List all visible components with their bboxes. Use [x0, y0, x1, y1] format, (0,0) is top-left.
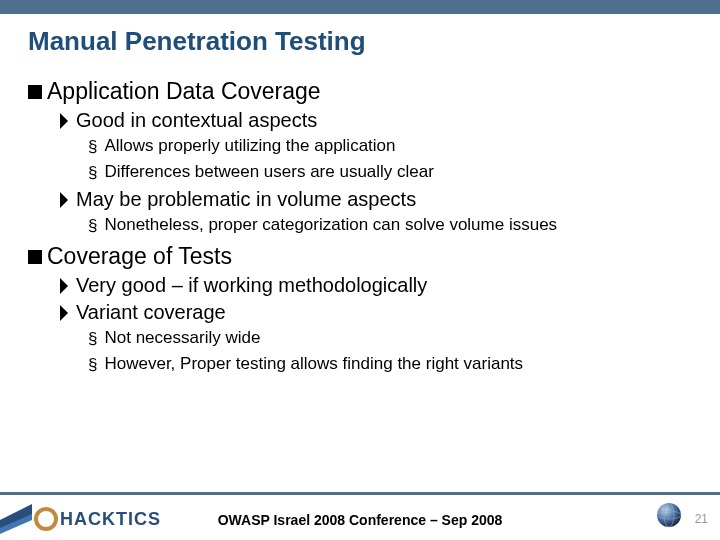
svg-marker-0 [60, 113, 68, 129]
bullet-level3: § Not necessarily wide [88, 328, 700, 350]
top-bar [0, 0, 720, 14]
level2-text: Good in contextual aspects [76, 109, 317, 132]
svg-marker-1 [60, 192, 68, 208]
level3-text: Allows properly utilizing the applicatio… [104, 136, 395, 156]
arrow-bullet-icon [58, 113, 70, 129]
bullet-level2: Very good – if working methodologically [58, 274, 700, 297]
level3-text: Differences between users are usually cl… [104, 162, 433, 182]
arrow-bullet-icon [58, 192, 70, 208]
bullet-level3: § Allows properly utilizing the applicat… [88, 136, 700, 158]
svg-marker-2 [60, 278, 68, 294]
level1-text: Application Data Coverage [47, 78, 321, 105]
bullet-level2: Good in contextual aspects [58, 109, 700, 132]
svg-point-7 [657, 503, 681, 527]
section-bullet-icon: § [88, 215, 97, 237]
slide: Manual Penetration Testing Application D… [0, 0, 720, 540]
svg-marker-3 [60, 305, 68, 321]
slide-body: Application Data Coverage Good in contex… [28, 72, 700, 376]
bullet-level3: § However, Proper testing allows finding… [88, 354, 700, 376]
section-bullet-icon: § [88, 354, 97, 376]
level3-text: Not necessarily wide [104, 328, 260, 348]
section-bullet-icon: § [88, 162, 97, 184]
page-number: 21 [695, 512, 708, 526]
square-bullet-icon [28, 85, 42, 99]
section-bullet-icon: § [88, 136, 97, 158]
arrow-bullet-icon [58, 305, 70, 321]
level3-text: Nonetheless, proper categorization can s… [104, 215, 557, 235]
bullet-level1: Coverage of Tests [28, 243, 700, 270]
bullet-level1: Application Data Coverage [28, 78, 700, 105]
square-bullet-icon [28, 250, 42, 264]
globe-icon [656, 502, 682, 532]
bullet-level2: Variant coverage [58, 301, 700, 324]
bullet-level2: May be problematic in volume aspects [58, 188, 700, 211]
bullet-level3: § Nonetheless, proper categorization can… [88, 215, 700, 237]
slide-title: Manual Penetration Testing [28, 26, 366, 57]
level2-text: Very good – if working methodologically [76, 274, 427, 297]
level1-text: Coverage of Tests [47, 243, 232, 270]
footer-text: OWASP Israel 2008 Conference – Sep 2008 [0, 512, 720, 528]
bullet-level3: § Differences between users are usually … [88, 162, 700, 184]
level2-text: Variant coverage [76, 301, 226, 324]
arrow-bullet-icon [58, 278, 70, 294]
section-bullet-icon: § [88, 328, 97, 350]
footer: HACKTICS OWASP Israel 2008 Conference – … [0, 492, 720, 540]
level3-text: However, Proper testing allows finding t… [104, 354, 523, 374]
level2-text: May be problematic in volume aspects [76, 188, 416, 211]
